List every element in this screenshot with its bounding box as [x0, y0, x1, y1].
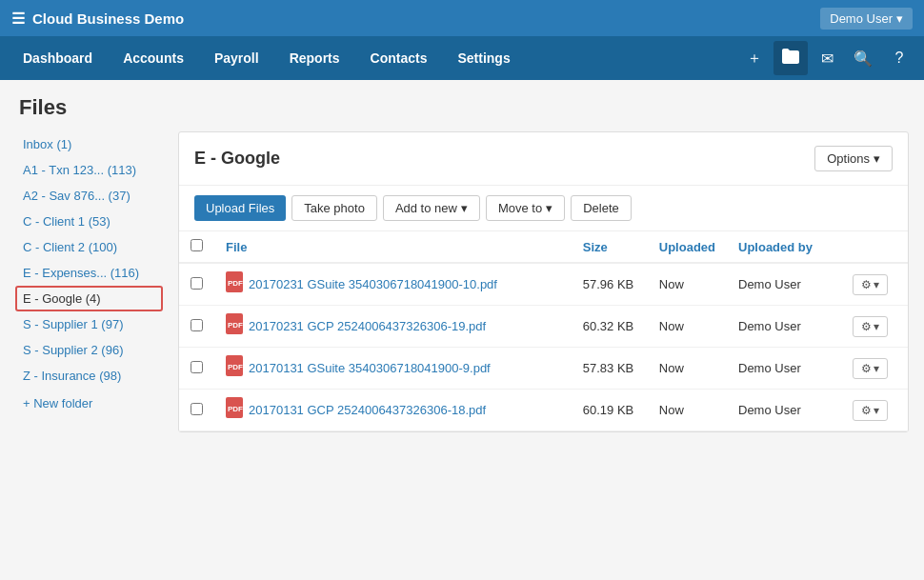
folder-button[interactable] [773, 41, 808, 75]
brand: ☰ Cloud Business Demo [11, 10, 820, 28]
table-row: PDF 20170131 GCP 2524006437326306-18.pdf… [179, 390, 908, 431]
brand-name: Cloud Business Demo [32, 10, 184, 27]
nav-items: Dashboard Accounts Payroll Reports Conta… [8, 39, 737, 77]
select-all-checkbox[interactable] [191, 239, 203, 251]
dropdown-icon: ▾ [461, 201, 468, 215]
table-row: PDF 20170131 GSuite 3540306718041900-9.p… [179, 348, 908, 390]
file-name-link[interactable]: 20170231 GCP 2524006437326306-19.pdf [249, 319, 486, 333]
move-to-label: Move to [498, 201, 542, 215]
file-name-link[interactable]: 20170231 GSuite 3540306718041900-10.pdf [249, 277, 497, 291]
add-to-new-label: Add to new [395, 201, 457, 215]
user-menu-button[interactable]: Demo User ▾ [820, 8, 913, 30]
gear-dropdown-icon: ▾ [874, 404, 879, 417]
file-panel-header: E - Google Options ▾ [179, 132, 908, 186]
user-name: Demo User [830, 11, 893, 26]
sidebar-item-supplier2[interactable]: S - Supplier 2 (96) [15, 337, 163, 363]
file-toolbar: Upload Files Take photo Add to new ▾ Mov… [179, 186, 908, 231]
nav-item-accounts[interactable]: Accounts [108, 39, 199, 77]
sidebar: Inbox (1) A1 - Txn 123... (113) A2 - Sav… [15, 131, 163, 432]
sidebar-item-a2[interactable]: A2 - Sav 876... (37) [15, 183, 163, 209]
row-checkbox-cell [179, 390, 214, 431]
sidebar-item-c1[interactable]: C - Client 1 (53) [15, 209, 163, 234]
nav-item-reports[interactable]: Reports [274, 39, 355, 77]
nav-icons: ＋ ✉ 🔍 ? [737, 41, 916, 75]
gear-icon: ⚙ [861, 320, 872, 333]
file-gear-button[interactable]: ⚙ ▾ [853, 274, 888, 295]
delete-button[interactable]: Delete [571, 195, 632, 221]
sidebar-item-supplier1[interactable]: S - Supplier 1 (97) [15, 311, 163, 337]
file-uploaded-by: Demo User [727, 306, 841, 348]
help-icon: ? [895, 50, 904, 67]
file-actions-cell: ⚙ ▾ [841, 306, 908, 348]
mail-icon: ✉ [821, 50, 834, 68]
sidebar-item-insurance[interactable]: Z - Insurance (98) [15, 363, 163, 389]
hamburger-icon[interactable]: ☰ [11, 10, 25, 28]
move-to-button[interactable]: Move to ▾ [486, 195, 565, 221]
th-size[interactable]: Size [572, 231, 648, 263]
file-gear-button[interactable]: ⚙ ▾ [853, 358, 888, 379]
pdf-icon: PDF [226, 355, 243, 381]
file-uploaded: Now [648, 263, 727, 306]
pdf-icon: PDF [226, 397, 243, 423]
file-size: 60.32 KB [572, 306, 648, 348]
mail-button[interactable]: ✉ [810, 41, 844, 75]
file-size: 57.83 KB [572, 348, 648, 390]
file-actions-cell: ⚙ ▾ [841, 263, 908, 306]
row-checkbox[interactable] [191, 277, 203, 290]
page-title-bar: Files [0, 80, 924, 131]
file-name-cell: PDF 20170231 GSuite 3540306718041900-10.… [214, 263, 572, 306]
nav-item-dashboard[interactable]: Dashboard [8, 39, 108, 77]
nav-item-contacts[interactable]: Contacts [355, 39, 443, 77]
file-name-cell: PDF 20170131 GCP 2524006437326306-18.pdf [214, 390, 572, 431]
add-button[interactable]: ＋ [737, 41, 772, 75]
sidebar-item-a1[interactable]: A1 - Txn 123... (113) [15, 157, 163, 183]
folder-icon [782, 49, 799, 68]
file-actions-cell: ⚙ ▾ [841, 390, 908, 431]
file-name-cell: PDF 20170131 GSuite 3540306718041900-9.p… [214, 348, 572, 390]
new-folder-link[interactable]: + New folder [15, 389, 163, 414]
chevron-down-icon: ▾ [896, 11, 903, 26]
help-button[interactable]: ? [882, 41, 916, 75]
gear-dropdown-icon: ▾ [874, 362, 879, 375]
row-checkbox[interactable] [191, 319, 203, 331]
take-photo-button[interactable]: Take photo [291, 195, 377, 221]
file-uploaded: Now [648, 390, 727, 431]
row-checkbox[interactable] [191, 361, 203, 373]
file-name-link[interactable]: 20170131 GSuite 3540306718041900-9.pdf [249, 361, 491, 375]
options-button[interactable]: Options ▾ [814, 146, 893, 171]
row-checkbox-cell [179, 348, 214, 390]
search-button[interactable]: 🔍 [846, 41, 880, 75]
file-table: File Size Uploaded Uploaded by PDF [179, 231, 908, 431]
add-to-new-button[interactable]: Add to new ▾ [383, 195, 480, 221]
main-content: Inbox (1) A1 - Txn 123... (113) A2 - Sav… [0, 131, 924, 448]
gear-icon: ⚙ [861, 362, 872, 375]
file-uploaded-by: Demo User [727, 263, 841, 306]
sidebar-item-expenses[interactable]: E - Expenses... (116) [15, 260, 163, 286]
chevron-down-icon: ▾ [874, 151, 880, 166]
file-name-link[interactable]: 20170131 GCP 2524006437326306-18.pdf [249, 403, 486, 417]
row-checkbox[interactable] [191, 403, 203, 415]
file-uploaded: Now [648, 348, 727, 390]
file-name-cell: PDF 20170231 GCP 2524006437326306-19.pdf [214, 306, 572, 348]
file-gear-button[interactable]: ⚙ ▾ [853, 400, 888, 421]
dropdown-icon: ▾ [546, 201, 552, 215]
file-panel-title: E - Google [194, 149, 280, 169]
th-uploaded: Uploaded [648, 231, 727, 263]
file-size: 57.96 KB [572, 263, 648, 306]
pdf-icon: PDF [226, 313, 243, 339]
file-actions-cell: ⚙ ▾ [841, 348, 908, 390]
th-actions [841, 231, 908, 263]
file-gear-button[interactable]: ⚙ ▾ [853, 316, 888, 337]
file-size: 60.19 KB [572, 390, 648, 431]
nav-item-payroll[interactable]: Payroll [199, 39, 274, 77]
gear-dropdown-icon: ▾ [874, 278, 879, 291]
sidebar-item-google[interactable]: E - Google (4) [15, 286, 163, 311]
search-icon: 🔍 [854, 50, 873, 68]
file-uploaded: Now [648, 306, 727, 348]
page-title: Files [19, 95, 905, 120]
upload-files-button[interactable]: Upload Files [194, 195, 286, 221]
sidebar-item-inbox[interactable]: Inbox (1) [15, 131, 163, 157]
svg-text:PDF: PDF [228, 405, 243, 413]
sidebar-item-c2[interactable]: C - Client 2 (100) [15, 234, 163, 260]
nav-item-settings[interactable]: Settings [442, 39, 525, 77]
